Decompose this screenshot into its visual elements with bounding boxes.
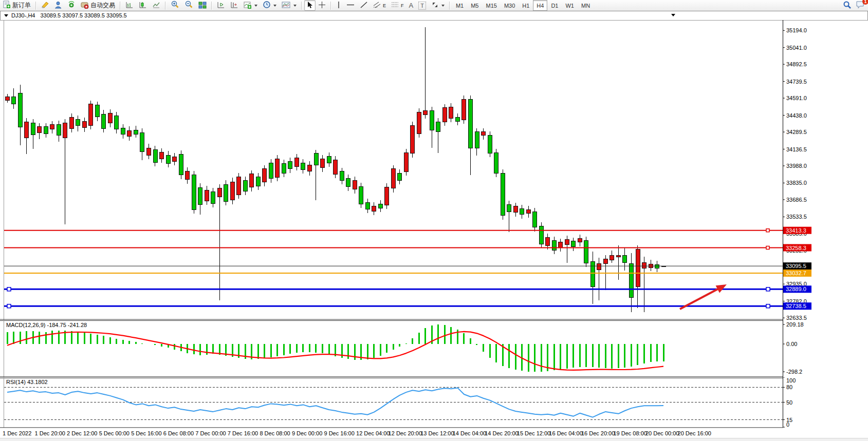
bar-chart-mode-button[interactable] [123,0,136,11]
svg-text:35194.0: 35194.0 [786,27,807,33]
profiles-button[interactable] [52,0,65,11]
time-axis-label: 2 Dec 12:00 [67,430,97,436]
dropdown-arrow-icon [293,5,297,7]
indicators-icon [244,1,252,10]
arrows-tool-button[interactable] [429,0,447,11]
time-axis-label: 8 Dec 08:00 [260,430,290,436]
svg-text:50: 50 [786,399,792,406]
toolbar-separator [449,2,450,10]
timeframe-H1[interactable]: H1 [519,0,533,11]
svg-text:209.18: 209.18 [786,321,804,328]
svg-text:34438.0: 34438.0 [786,112,807,119]
person-icon [54,1,62,10]
time-axis-label: 12 Dec 04:00 [356,430,390,436]
price-chart-pane[interactable]: 35194.035041.034892.534739.534591.034438… [0,20,868,320]
marker-icon [41,1,49,10]
chat-notifications-icon[interactable]: 1 [856,1,865,10]
line-chart-icon [152,1,160,10]
label-tool-button[interactable]: T [416,0,429,11]
timeframe-W1[interactable]: W1 [562,0,578,11]
auto-scroll-button[interactable] [214,0,228,11]
timeframe-D1[interactable]: D1 [547,0,562,11]
trendline-icon [360,1,368,10]
time-axis-label: 19 Dec 08:00 [613,430,647,436]
scroll-marker-icon[interactable] [671,14,675,16]
tile-windows-icon [198,1,207,10]
time-axis-label: 14 Dec 04:00 [453,430,486,436]
vertical-line-tool-button[interactable] [334,0,344,11]
timeframe-H4[interactable]: H4 [533,0,547,11]
candlestick-mode-button[interactable] [136,0,150,11]
svg-text:34892.5: 34892.5 [786,61,807,67]
rsi-indicator-label: RSI(14) 43.1802 [6,379,48,385]
toolbar-separator [120,2,121,10]
trendline-tool-button[interactable] [357,0,371,11]
templates-button[interactable] [279,0,299,11]
svg-text:33686.5: 33686.5 [786,197,807,203]
indicators-button[interactable] [241,0,260,11]
svg-text:-298.2: -298.2 [786,369,802,375]
time-axis-label: 16 Dec 04:00 [549,430,582,436]
svg-text:34136.5: 34136.5 [786,146,807,152]
timeframe-MN[interactable]: MN [578,0,594,11]
timeframe-M5[interactable]: M5 [467,0,482,11]
timeframe-group: M1M5M15M30H1H4D1W1MN [452,0,594,11]
rsi-pane[interactable]: 1008050150 [0,377,868,429]
time-axis-label: 9 Dec 16:00 [324,430,355,436]
toolbar-separator [35,2,36,10]
svg-text:33095.5: 33095.5 [786,263,806,269]
horizontal-line-tool-button[interactable] [344,0,357,11]
svg-text:80: 80 [786,384,792,390]
crosshair-tool-button[interactable] [316,0,328,11]
timeframe-M30[interactable]: M30 [501,0,519,11]
line-chart-mode-button[interactable] [150,0,163,11]
time-axis[interactable]: 1 Dec 20221 Dec 20:002 Dec 12:005 Dec 00… [0,429,868,438]
zoom-out-icon [184,1,193,10]
toolbar-separator [211,2,212,10]
toolbar-separator [301,2,302,10]
cursor-tool-button[interactable] [304,0,316,11]
chart-symbol-period: DJ30-,H4 [11,12,35,18]
zoom-out-button[interactable] [182,0,196,11]
styler-button[interactable] [39,0,52,11]
macd-pane[interactable]: 209.180.00-298.2 [0,320,868,377]
periods-button[interactable] [260,0,279,11]
signal-icon [67,1,76,10]
time-axis-label: 13 Dec 12:00 [420,430,454,436]
window-bottom-edge [0,438,868,441]
svg-text:34739.5: 34739.5 [786,79,807,85]
auto-scroll-icon [217,1,225,10]
zoom-in-button[interactable] [168,0,182,11]
fibonacci-tool-button[interactable]: F [389,0,407,11]
text-tool-button[interactable]: A [407,0,416,11]
svg-text:34289.5: 34289.5 [786,129,807,135]
autotrading-button[interactable]: 自动交易 [78,0,118,11]
timeframe-M15[interactable]: M15 [482,0,500,11]
fibonacci-icon [391,1,399,10]
toolbar-right-group: 1 [843,0,865,11]
new-order-button[interactable]: 新订单 [0,0,33,11]
time-axis-label: 5 Dec 16:00 [131,430,161,436]
tile-windows-button[interactable] [196,0,209,11]
svg-text:34591.0: 34591.0 [786,95,807,101]
chevron-down-icon[interactable] [4,14,8,17]
time-axis-label: 20 Dec 00:00 [645,430,679,436]
text-tool-icon: A [409,2,414,9]
search-icon[interactable] [843,1,852,11]
svg-text:33533.5: 33533.5 [786,214,807,220]
signals-button[interactable] [65,0,78,11]
time-axis-label: 16 Dec 20:00 [581,430,615,436]
timeframe-M1[interactable]: M1 [452,0,467,11]
channel-tool-button[interactable]: E [371,0,389,11]
template-icon [282,1,291,10]
fibo-letter: F [401,3,404,8]
time-axis-label: 7 Dec 00:00 [195,430,226,436]
chart-title-row: DJ30-,H4 33089.5 33097.5 33089.5 33095.5 [1,11,867,20]
svg-text:100: 100 [786,377,796,384]
time-axis-label: 1 Dec 2022 [3,430,31,436]
svg-text:32738.5: 32738.5 [786,303,806,309]
svg-text:0: 0 [786,421,789,428]
new-order-icon [3,1,11,10]
svg-text:32633.5: 32633.5 [786,315,807,320]
chart-shift-button[interactable] [228,0,241,11]
